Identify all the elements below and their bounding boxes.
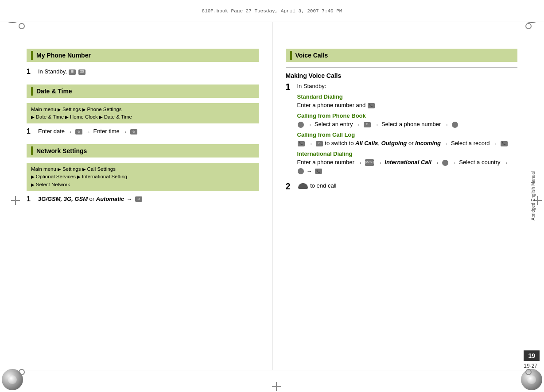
nav-arrow-3: ▶ — [31, 115, 36, 119]
section-my-phone-number: My Phone Number — [27, 49, 259, 62]
step-content-3a: 3G/GSM, 3G, GSM or Automatic → ⊙ — [38, 195, 259, 204]
icon-end-call — [298, 183, 308, 189]
nav-is: International Setting — [82, 174, 127, 179]
arrow-1: → — [67, 128, 73, 136]
calling-phonebook-text: → Select an entry → ⊙ → Select a phone n… — [297, 120, 518, 129]
step-content-vc-1: In Standby: Standard Dialing Enter a pho… — [297, 82, 518, 177]
section-title-network-settings: Network Settings — [36, 147, 87, 154]
arrow-id-4: → — [451, 159, 457, 167]
label-calling-phonebook: Calling from Phone Book — [297, 111, 518, 120]
top-bar: 810P.book Page 27 Tuesday, April 3, 2007… — [0, 0, 544, 22]
text-outgoing: Outgoing — [381, 140, 407, 146]
page-number-box: 19 — [524, 350, 540, 361]
step-number-2a: 1 — [27, 127, 35, 136]
sidebar-label-text: Abridged English Manual — [531, 171, 536, 220]
in-standby-text: In Standby: — [297, 82, 518, 91]
section-title-my-phone-number: My Phone Number — [36, 52, 91, 59]
sub-heading-making-voice-calls: Making Voice Calls — [286, 72, 518, 79]
section-title-voice-calls: Voice Calls — [295, 52, 328, 59]
step-voice-2: 2 to end call — [286, 181, 518, 192]
arrow-pb-1: → — [307, 121, 312, 129]
step-content-vc-2: to end call — [297, 181, 518, 190]
nav-arr-5: ▶ — [31, 182, 36, 187]
icon-select-btn: ⊙ — [135, 196, 142, 202]
standard-dialing-block: Standard Dialing Enter a phone number an… — [297, 92, 518, 110]
arrow-pb-2: → — [355, 121, 361, 129]
network-auto: Automatic — [96, 196, 124, 202]
step-number-vc-1: 1 — [286, 82, 294, 92]
sidebar-label: Abridged English Manual — [522, 22, 544, 370]
nav-cs: Call Settings — [87, 166, 116, 172]
nav-settings: Settings — [62, 107, 81, 112]
network-options: 3G/GSM, 3G, GSM — [38, 196, 88, 202]
right-column: Voice Calls Making Voice Calls 1 In Stan… — [272, 22, 518, 370]
nav-network-settings: Main menu ▶ Settings ▶ Call Settings ▶ O… — [27, 163, 259, 191]
arrow-id-1: → — [357, 159, 362, 167]
step-date-time-1: 1 Enter date → ⊙ → Enter time → ⊙ — [27, 127, 259, 136]
nav-sn: Select Network — [36, 182, 70, 187]
nav-arrow-5: ▶ — [99, 115, 104, 119]
nav-st: Settings — [62, 166, 81, 172]
icon-call-btn: 📞 — [368, 103, 375, 108]
step-network-1: 1 3G/GSM, 3G, GSM or Automatic → ⊙ — [27, 195, 259, 204]
section-network-settings: Network Settings — [27, 144, 259, 158]
arrow-id-2: → — [377, 159, 382, 167]
standard-dialing-text: Enter a phone number and 📞 — [297, 101, 518, 110]
nav-arr-4: ▶ — [77, 174, 82, 179]
step-content-2a: Enter date → ⊙ → Enter time → ⊙ — [38, 127, 259, 136]
arrow-id-5: → — [503, 159, 508, 167]
calling-phonebook-block: Calling from Phone Book → Select an entr… — [297, 111, 518, 129]
section-voice-calls: Voice Calls — [286, 49, 518, 62]
top-bar-text: 810P.book Page 27 Tuesday, April 3, 2007… — [202, 8, 342, 14]
arrow-id-6: → — [307, 167, 312, 175]
section-date-time: Date & Time — [27, 85, 259, 98]
label-calling-calllog: Calling from Call Log — [297, 131, 518, 139]
left-column: My Phone Number 1 In Standby, ☰ ⌨ Date &… — [27, 22, 259, 370]
icon-call-record-btn: 📞 — [501, 141, 508, 146]
icon-menu-btn: ☰ — [69, 69, 76, 75]
page-number-bottom: 19-27 — [524, 363, 537, 369]
content-area: My Phone Number 1 In Standby, ☰ ⌨ Date &… — [27, 22, 517, 370]
arrow-net: → — [127, 195, 132, 203]
icon-intl-call-btn: 📞 — [315, 169, 322, 174]
icon-nav-btn-2: ⊙ — [130, 129, 137, 135]
arrow-2: → — [85, 128, 91, 136]
arrow-pb-4: → — [443, 121, 449, 129]
icon-key-btn: ⌨ — [78, 69, 85, 75]
network-or: or — [89, 196, 96, 202]
calling-calllog-text: 📞 → ⊙ to switch to All Calls, Outgoing o… — [297, 139, 518, 148]
nav-date-time-item: Date & Time — [36, 114, 64, 119]
nav-arr-1: ▶ — [58, 167, 62, 172]
nav-home-clock: Home Clock — [70, 114, 98, 119]
nav-arrow-4: ▶ — [65, 115, 70, 119]
label-intl-dialing: International Dialing — [297, 150, 518, 158]
nav-os: Optional Services — [36, 174, 76, 179]
text-intl-call: International Call — [385, 159, 431, 165]
icon-call-btn-2 — [452, 122, 458, 128]
nav-mm: Main menu — [31, 166, 56, 172]
arrow-cl-1: → — [307, 140, 313, 148]
nav-date-time: Main menu ▶ Settings ▶ Phone Settings ▶ … — [27, 103, 259, 124]
icon-intl-btn-1 — [442, 160, 448, 166]
end-call-text: to end call — [310, 182, 336, 189]
icon-switch-btn: ⊙ — [316, 141, 323, 146]
icon-menu-intl: [Menu] — [365, 159, 374, 166]
icon-nav-btn-1: ⊙ — [75, 129, 82, 135]
intl-dialing-block: International Dialing Enter a phone numb… — [297, 150, 518, 176]
nav-arr-2: ▶ — [82, 167, 87, 172]
text-incoming: Incoming — [415, 140, 441, 146]
label-standard-dialing: Standard Dialing — [297, 92, 518, 101]
text-all-calls: All Calls — [355, 140, 378, 146]
intl-dialing-text: Enter a phone number → [Menu] → Internat… — [297, 158, 518, 175]
bottom-area — [0, 370, 544, 392]
divider-voice-calls — [286, 67, 518, 68]
nav-phone-settings: Phone Settings — [87, 107, 121, 112]
nav-arrow-1: ▶ — [58, 107, 62, 112]
nav-date-time-final: Date & Time — [104, 114, 132, 119]
step-my-phone-1: 1 In Standby, ☰ ⌨ — [27, 67, 259, 77]
arrow-cl-2: → — [443, 140, 449, 148]
step-number-1a: 1 — [27, 67, 35, 77]
arrow-3: → — [122, 128, 127, 136]
arrow-id-3: → — [434, 159, 439, 167]
icon-intl-btn-2 — [298, 168, 304, 174]
